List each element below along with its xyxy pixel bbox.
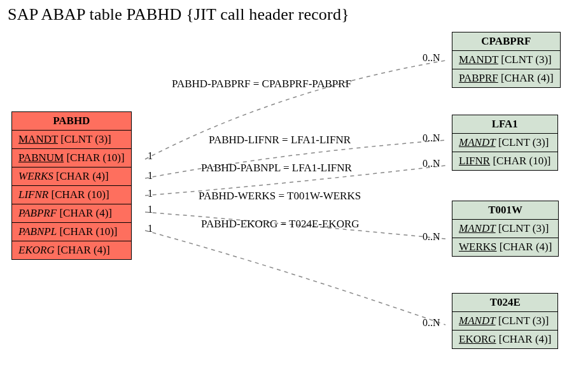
table-header: LFA1	[452, 115, 557, 134]
table-row: MANDT [CLNT (3)]	[12, 131, 131, 149]
rel-label-0: PABHD-PABPRF = CPABPRF-PABPRF	[172, 78, 351, 90]
table-row: MANDT [CLNT (3)]	[452, 220, 558, 238]
page-title: SAP ABAP table PABHD {JIT call header re…	[8, 5, 349, 24]
table-header: CPABPRF	[452, 32, 560, 51]
table-row: PABNPL [CHAR (10)]	[12, 223, 131, 241]
card-left-0: 1	[148, 150, 153, 162]
table-pabhd: PABHD MANDT [CLNT (3)] PABNUM [CHAR (10)…	[11, 111, 132, 260]
table-row: WERKS [CHAR (4)]	[12, 167, 131, 186]
table-row: PABPRF [CHAR (4)]	[12, 204, 131, 223]
table-row: LIFNR [CHAR (10)]	[452, 152, 557, 170]
card-right-2: 0..N	[423, 158, 440, 169]
card-left-1: 1	[148, 170, 153, 181]
table-t001w: T001W MANDT [CLNT (3)] WERKS [CHAR (4)]	[452, 201, 559, 257]
table-lfa1: LFA1 MANDT [CLNT (3)] LIFNR [CHAR (10)]	[452, 115, 558, 171]
card-right-0: 0..N	[423, 52, 440, 64]
rel-label-2: PABHD-PABNPL = LFA1-LIFNR	[201, 162, 352, 174]
table-header: T001W	[452, 201, 558, 220]
table-row: EKORG [CHAR (4)]	[12, 241, 131, 259]
rel-label-4: PABHD-EKORG = T024E-EKORG	[201, 218, 360, 231]
rel-label-1: PABHD-LIFNR = LFA1-LIFNR	[209, 134, 351, 146]
table-row: PABNUM [CHAR (10)]	[12, 149, 131, 167]
table-row: EKORG [CHAR (4)]	[452, 331, 557, 348]
table-header: T024E	[452, 294, 557, 312]
table-row: LIFNR [CHAR (10)]	[12, 186, 131, 204]
card-right-3: 0..N	[423, 231, 440, 243]
table-row: PABPRF [CHAR (4)]	[452, 69, 560, 87]
rel-label-3: PABHD-WERKS = T001W-WERKS	[199, 190, 361, 203]
table-header: PABHD	[12, 112, 131, 131]
card-right-1: 0..N	[423, 132, 440, 144]
table-row: MANDT [CLNT (3)]	[452, 134, 557, 152]
table-cpabprf: CPABPRF MANDT [CLNT (3)] PABPRF [CHAR (4…	[452, 32, 561, 88]
table-row: MANDT [CLNT (3)]	[452, 51, 560, 69]
table-row: WERKS [CHAR (4)]	[452, 238, 558, 256]
card-left-2: 1	[148, 188, 153, 199]
card-right-4: 0..N	[423, 317, 440, 329]
table-t024e: T024E MANDT [CLNT (3)] EKORG [CHAR (4)]	[452, 293, 558, 349]
table-row: MANDT [CLNT (3)]	[452, 312, 557, 331]
card-left-4: 1	[148, 223, 153, 234]
card-left-3: 1	[148, 204, 153, 215]
